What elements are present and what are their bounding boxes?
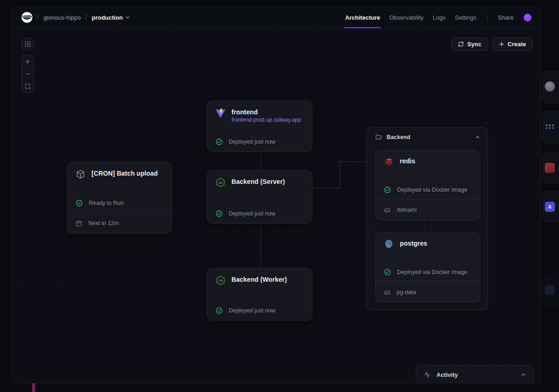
clipped-service-icon <box>545 122 555 132</box>
zoom-in-button[interactable] <box>22 55 33 68</box>
clipped-card <box>543 71 559 104</box>
deploy-status: Deployed via Docker Image <box>397 187 468 193</box>
service-card-frontend[interactable]: frontend frontend-prod.up.railway.app De… <box>207 101 312 152</box>
clipped-service-icon <box>545 285 555 295</box>
text-caret-artifact <box>32 383 35 392</box>
cron-schedule-row[interactable]: Next in 12m <box>67 213 172 233</box>
breadcrumb-separator: / <box>37 14 39 21</box>
ready-status-icon <box>75 199 83 207</box>
redis-icon <box>384 157 394 167</box>
user-avatar[interactable] <box>524 14 532 21</box>
nodejs-icon: JS <box>215 275 226 285</box>
activity-panel-toggle[interactable]: Activity <box>416 365 534 383</box>
nodejs-icon: JS <box>215 177 226 188</box>
clipped-card: A <box>543 191 559 222</box>
active-tab-indicator <box>344 27 381 28</box>
deploy-status: Ready to Run <box>89 200 124 206</box>
deploy-success-icon <box>215 138 223 145</box>
vite-icon <box>215 108 226 118</box>
volume-name: /bitnami <box>397 207 417 213</box>
dot-grid-icon <box>25 41 31 47</box>
clipped-service-icon: A <box>545 202 555 212</box>
edge-server-redis <box>339 161 340 188</box>
service-title: Backend (Worker) <box>231 276 287 283</box>
deploy-success-icon <box>215 210 223 217</box>
deploy-status: Deployed just now <box>229 210 275 217</box>
create-button[interactable]: Create <box>492 38 532 51</box>
layout-grid-button[interactable] <box>22 38 34 50</box>
svg-text:JS: JS <box>218 279 223 283</box>
breadcrumb-project[interactable]: glorious-hippo <box>43 14 81 21</box>
group-header: Backend <box>367 128 488 140</box>
clipped-card <box>543 111 559 144</box>
zoom-controls <box>22 55 34 93</box>
deploy-success-icon <box>384 186 391 193</box>
plus-icon <box>499 41 505 47</box>
deploy-status: Deployed just now <box>229 139 275 145</box>
calendar-icon <box>75 220 82 227</box>
hard-drive-icon <box>384 289 391 296</box>
edge-server-redis <box>313 188 340 188</box>
clipped-service-icon <box>545 163 555 173</box>
postgres-icon <box>384 239 394 249</box>
zoom-out-button[interactable] <box>22 68 33 80</box>
tab-label: Observability <box>389 14 424 21</box>
edge-server-worker <box>260 224 261 268</box>
sync-icon <box>458 41 464 47</box>
group-title: Backend <box>387 134 410 140</box>
service-card-cron[interactable]: [CRON] Batch upload Ready to Run Next in… <box>67 162 172 234</box>
share-button[interactable]: Share <box>494 14 517 21</box>
volume-row[interactable]: pg-data <box>376 282 480 302</box>
fit-view-button[interactable] <box>22 80 33 92</box>
canvas-actions: Sync Create <box>452 38 532 51</box>
main-nav: Architecture Observability Logs Settings… <box>340 7 532 28</box>
edge-frontend-server <box>260 152 261 170</box>
deploy-success-icon <box>215 307 223 314</box>
sync-label: Sync <box>467 41 481 48</box>
tab-label: Architecture <box>345 14 380 21</box>
service-domain-link[interactable]: frontend-prod.up.railway.app <box>231 117 301 123</box>
nav-divider <box>487 14 488 21</box>
tab-settings[interactable]: Settings <box>450 7 481 28</box>
create-label: Create <box>508 41 526 48</box>
volume-row[interactable]: /bitnami <box>376 199 480 220</box>
breadcrumb-separator: / <box>86 14 87 21</box>
tab-observability[interactable]: Observability <box>385 7 428 28</box>
plus-icon <box>25 59 31 64</box>
group-collapse-button[interactable] <box>475 134 480 140</box>
activity-expand-button[interactable] <box>521 372 526 377</box>
cube-icon <box>75 169 86 179</box>
deploy-success-icon <box>384 268 391 276</box>
chevron-up-icon <box>521 372 526 377</box>
service-card-postgres[interactable]: postgres Deployed via Docker Image pg- <box>375 232 480 303</box>
sync-button[interactable]: Sync <box>452 38 488 51</box>
desktop-background: A / glorious-hippo / production <box>0 0 559 392</box>
railway-logo-icon[interactable] <box>22 12 32 23</box>
chevron-up-icon <box>475 134 480 140</box>
deploy-status: Deployed via Docker Image <box>397 269 468 275</box>
maximize-icon <box>25 83 31 89</box>
environment-selector[interactable]: production <box>91 14 130 21</box>
service-card-backend-worker[interactable]: JS Backend (Worker) Deployed just now <box>207 268 312 321</box>
tab-label: Logs <box>433 14 446 21</box>
service-card-backend-server[interactable]: JS Backend (Server) Deployed just now <box>207 170 312 224</box>
minus-icon <box>25 71 31 77</box>
service-card-redis[interactable]: redis Deployed via Docker Image /bitna <box>375 150 480 220</box>
folder-icon <box>375 134 382 140</box>
tab-architecture[interactable]: Architecture <box>340 7 385 28</box>
edge-server-redis <box>339 161 367 162</box>
service-title: frontend <box>231 108 301 116</box>
clipped-card <box>543 274 559 306</box>
service-group-backend[interactable]: Backend <box>366 127 488 310</box>
activity-label: Activity <box>436 371 458 378</box>
chevron-down-icon <box>125 15 130 20</box>
environment-name: production <box>91 14 123 21</box>
service-title: redis <box>400 157 415 165</box>
architecture-canvas[interactable]: / glorious-hippo / production Architectu… <box>12 6 541 383</box>
svg-text:JS: JS <box>218 181 223 185</box>
cron-next-run: Next in 12m <box>88 220 119 226</box>
tab-logs[interactable]: Logs <box>428 7 450 28</box>
service-title: Backend (Server) <box>231 178 285 185</box>
hard-drive-icon <box>384 207 391 214</box>
clipped-card <box>543 152 559 183</box>
